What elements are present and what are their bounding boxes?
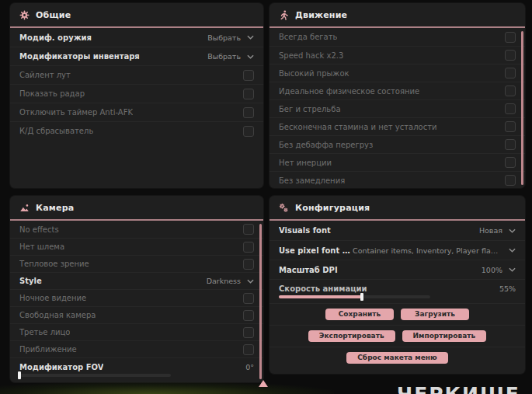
row-thermal-vision: Тепловое зрение xyxy=(10,255,263,272)
row-no-effects: No effects xyxy=(10,221,263,238)
export-button[interactable]: Экспортировать xyxy=(308,330,395,342)
infinite-stamina-checkbox[interactable] xyxy=(505,121,516,132)
night-vision-checkbox[interactable] xyxy=(243,293,254,304)
no-slowdown-checkbox[interactable] xyxy=(505,175,516,186)
free-camera-checkbox[interactable] xyxy=(243,310,254,321)
animation-speed-slider[interactable] xyxy=(279,295,430,298)
speed-hack-checkbox[interactable] xyxy=(505,50,516,61)
row-speed-hack: Speed hack x2.3 xyxy=(269,46,525,64)
row-zoom: Приближение xyxy=(10,340,263,357)
setting-label: Приближение xyxy=(19,345,77,354)
setting-label: Скорость анимации xyxy=(279,284,367,293)
panel-general: Общие Модиф. оружия Выбрать Модификаторы… xyxy=(10,3,263,188)
anti-afk-checkbox[interactable] xyxy=(243,107,254,118)
fov-slider[interactable] xyxy=(19,374,171,377)
thermal-vision-checkbox[interactable] xyxy=(243,259,254,270)
chevron-down-icon xyxy=(509,228,516,233)
no-inertia-checkbox[interactable] xyxy=(505,157,516,168)
setting-label: Третье лицо xyxy=(19,328,70,336)
style-dropdown[interactable]: Darkness xyxy=(207,277,254,285)
runner-icon xyxy=(279,10,289,20)
perfect-condition-checkbox[interactable] xyxy=(505,85,516,96)
save-button[interactable]: Сохранить xyxy=(325,309,394,320)
row-animation-speed: Скорость анимации 55% xyxy=(269,279,525,303)
dropdown-value: Выбрать xyxy=(207,33,241,42)
third-person-checkbox[interactable] xyxy=(243,327,254,338)
panel-camera: Камера No effects Нет шлема Тепловое зре… xyxy=(10,196,263,382)
setting-label: Модификатор FOV xyxy=(19,363,103,371)
setting-label: Без дебаффа перегруз xyxy=(279,141,373,149)
load-button[interactable]: Загрузить xyxy=(401,309,469,320)
setting-label: Ночное видение xyxy=(19,294,86,302)
setting-label: К/Д сбрасыватель xyxy=(19,127,93,135)
camera-scrollbar[interactable] xyxy=(259,224,262,379)
row-weapon-mod: Модиф. оружия Выбрать xyxy=(10,28,263,47)
chevron-down-icon xyxy=(247,35,254,40)
setting-label: Use pixel font for xyxy=(279,246,353,255)
gears-icon xyxy=(279,203,289,213)
row-free-camera: Свободная камера xyxy=(10,306,263,323)
slider-value: 55% xyxy=(499,284,516,293)
run-and-shoot-checkbox[interactable] xyxy=(505,103,516,114)
watermark-text: ЧЕРКИШЕ xyxy=(397,383,520,394)
dropdown-value: 100% xyxy=(482,266,502,274)
chevron-down-icon xyxy=(509,267,516,272)
silent-loot-checkbox[interactable] xyxy=(243,70,254,81)
no-helmet-checkbox[interactable] xyxy=(243,242,254,253)
dpi-scale-dropdown[interactable]: 100% xyxy=(482,266,516,274)
always-run-checkbox[interactable] xyxy=(505,32,516,43)
movement-scrollbar[interactable] xyxy=(521,31,523,185)
row-high-jump: Высокий прыжок xyxy=(269,64,525,82)
inventory-mods-dropdown[interactable]: Выбрать xyxy=(207,52,254,61)
row-no-overload-debuff: Без дебаффа перегруз xyxy=(269,135,525,153)
setting-label: Отключить таймер Anti-AFK xyxy=(19,108,133,117)
reset-layout-button[interactable]: Сброс макета меню xyxy=(346,352,447,364)
row-no-helmet: Нет шлема xyxy=(10,238,263,255)
slider-fill xyxy=(279,295,362,298)
import-button[interactable]: Импортировать xyxy=(402,330,487,342)
visuals-font-dropdown[interactable]: Новая xyxy=(479,226,516,235)
row-always-run: Всегда бегать xyxy=(269,28,525,46)
row-run-and-shoot: Бег и стрельба xyxy=(269,99,525,117)
setting-label: Бесконечная стамина и нет усталости xyxy=(279,123,437,131)
row-anti-afk: Отключить таймер Anti-AFK xyxy=(10,103,263,121)
row-silent-loot: Сайлент лут xyxy=(10,65,263,84)
row-inventory-mods: Модификаторы инвентаря Выбрать xyxy=(10,47,263,65)
setting-label: Visuals font xyxy=(279,226,331,235)
cursor-pointer xyxy=(259,380,268,387)
weapon-mod-dropdown[interactable]: Выбрать xyxy=(207,33,254,42)
setting-label: Модификаторы инвентаря xyxy=(19,52,140,61)
setting-label: Бег и стрельба xyxy=(279,105,341,113)
chevron-down-icon xyxy=(247,54,254,59)
row-night-vision: Ночное видение xyxy=(10,289,263,306)
row-dpi-scale: Масштаб DPI 100% xyxy=(269,260,525,279)
no-effects-checkbox[interactable] xyxy=(243,224,254,235)
slider-handle[interactable] xyxy=(18,371,21,379)
setting-label: Нет шлема xyxy=(19,242,64,251)
panel-title: Камера xyxy=(36,203,74,213)
panel-camera-header[interactable]: Камера xyxy=(10,196,263,221)
dropdown-value: Новая xyxy=(479,226,502,235)
no-overload-debuff-checkbox[interactable] xyxy=(505,139,516,150)
pixel-font-dropdown[interactable]: Container items, Inventory, Player flags… xyxy=(353,246,516,255)
setting-label: Всегда бегать xyxy=(279,33,337,41)
panel-title: Движение xyxy=(295,10,347,20)
setting-label: Speed hack x2.3 xyxy=(279,51,343,60)
panel-movement-header[interactable]: Движение xyxy=(269,3,525,28)
high-jump-checkbox[interactable] xyxy=(505,68,516,78)
panel-general-header[interactable]: Общие xyxy=(10,3,263,28)
row-pixel-font: Use pixel font for Container items, Inve… xyxy=(269,240,525,260)
setting-label: Style xyxy=(19,277,42,285)
zoom-checkbox[interactable] xyxy=(243,344,254,355)
setting-label: Тепловое зрение xyxy=(19,260,89,268)
game-mod-menu-overlay: Общие Модиф. оружия Выбрать Модификаторы… xyxy=(0,0,532,394)
panel-config-header[interactable]: Конфигурация xyxy=(269,196,525,221)
setting-label: No effects xyxy=(19,225,59,234)
show-radar-checkbox[interactable] xyxy=(243,89,254,99)
config-buttons-row-3: Сброс макета меню xyxy=(269,347,525,368)
setting-label: Без замедления xyxy=(279,176,345,185)
cooldown-reset-checkbox[interactable] xyxy=(243,126,254,137)
row-no-slowdown: Без замедления xyxy=(269,171,525,189)
slider-handle[interactable] xyxy=(360,293,363,301)
setting-label: Нет инерции xyxy=(279,159,332,167)
